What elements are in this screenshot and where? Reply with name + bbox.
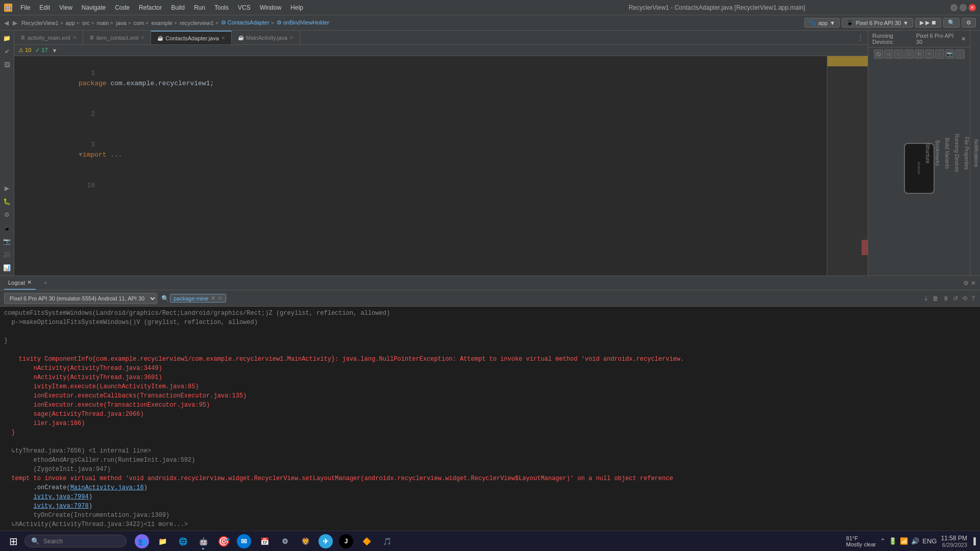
- sidebar-analytics-icon[interactable]: 📊: [2, 262, 13, 273]
- breadcrumb-app[interactable]: app: [66, 20, 75, 26]
- api-selector[interactable]: 📱 Pixel 6 Pro API 30 ▼: [842, 18, 913, 28]
- start-button[interactable]: ⊞: [4, 532, 22, 550]
- tab-activity-main[interactable]: 🗎 activity_main.xml ✕: [14, 31, 83, 44]
- overview-btn[interactable]: □: [904, 49, 914, 59]
- taskbar-app-telegram[interactable]: ✈: [316, 532, 335, 550]
- close-button[interactable]: ✕: [969, 4, 976, 11]
- menu-vcs[interactable]: VCS: [234, 3, 255, 12]
- sidebar-notifications[interactable]: Notifications: [972, 137, 980, 169]
- tab-close-main-activity[interactable]: ✕: [289, 35, 293, 40]
- taskbar-app-vlc[interactable]: 🔶: [357, 532, 376, 550]
- tray-language[interactable]: ENG: [922, 537, 937, 545]
- breadcrumb-example[interactable]: example: [151, 20, 173, 26]
- taskbar-app-android-studio[interactable]: 🤖: [194, 532, 212, 550]
- taskbar-app-music[interactable]: 🎵: [378, 532, 396, 550]
- wrap-btn[interactable]: ⟲: [961, 294, 968, 303]
- tab-contacts-adapter[interactable]: ☕ ContactsAdapter.java ✕: [151, 31, 232, 44]
- taskbar-search[interactable]: 🔍 Search: [24, 535, 127, 547]
- menu-tools[interactable]: Tools: [210, 3, 233, 12]
- breadcrumb-java[interactable]: java: [116, 20, 126, 26]
- tray-battery[interactable]: 🔋: [889, 537, 897, 545]
- sidebar-commit-icon[interactable]: ✔: [2, 46, 13, 57]
- menu-run[interactable]: Run: [190, 3, 209, 12]
- taskbar-app-brave[interactable]: 🦁: [296, 532, 314, 550]
- settings-btn[interactable]: ⚙: [962, 18, 976, 28]
- minimize-button[interactable]: ─: [950, 4, 958, 11]
- rotate-btn[interactable]: ↻: [915, 49, 924, 59]
- device-select[interactable]: Pixel 6 Pro API 30 (emulator-5554) Andro…: [4, 293, 157, 304]
- filter-remove-btn[interactable]: ✕: [211, 295, 215, 302]
- tab-main-activity[interactable]: ☕ MainActivity.java ✕: [232, 31, 300, 44]
- sidebar-camera-icon[interactable]: 📷: [2, 236, 13, 247]
- clear-btn[interactable]: 🗑: [932, 294, 940, 303]
- filter-star[interactable]: ☆: [217, 295, 223, 302]
- taskbar-app-rider[interactable]: 🎯: [214, 532, 233, 550]
- taskbar-app-teams[interactable]: 👥: [133, 532, 151, 550]
- run-config[interactable]: ▶ ▶ ⏹: [915, 18, 941, 28]
- log-link-main-activity[interactable]: MainActivity.java:16: [70, 484, 144, 491]
- menu-navigate[interactable]: Navigate: [78, 3, 110, 12]
- tray-sound[interactable]: 🔊: [911, 537, 919, 545]
- vol-up-btn[interactable]: +: [925, 49, 934, 59]
- show-desktop-btn[interactable]: ▐: [971, 537, 976, 545]
- sidebar-video-icon[interactable]: 🎥: [2, 249, 13, 260]
- log-link-activity-2[interactable]: ivity.java:7978: [34, 503, 89, 510]
- code-editor[interactable]: 1 package com.example.recyclerview1; 2 3…: [14, 56, 868, 276]
- restart-btn[interactable]: ↺: [952, 294, 959, 303]
- menu-code[interactable]: Code: [111, 3, 134, 12]
- tab-close-contacts-adapter[interactable]: ✕: [221, 35, 225, 41]
- back-btn[interactable]: ◁: [884, 49, 893, 59]
- menu-help[interactable]: Help: [286, 3, 307, 12]
- running-devices-close[interactable]: ✕: [961, 36, 966, 42]
- menu-build[interactable]: Build: [167, 3, 189, 12]
- tab-close-activity-main[interactable]: ✕: [72, 35, 77, 40]
- sidebar-gradle-icon[interactable]: ⚙: [2, 209, 13, 220]
- sidebar-device-icon[interactable]: 📱: [2, 222, 13, 234]
- logcat-content[interactable]: computeFitsSystemWindows(Landroid/graphi…: [0, 307, 980, 536]
- breadcrumb-project[interactable]: RecyclerView1: [21, 20, 59, 26]
- search-btn[interactable]: 🔍: [943, 18, 960, 28]
- menu-refactor[interactable]: Refactor: [135, 3, 166, 12]
- sidebar-running-devices[interactable]: Running Devices: [953, 132, 961, 174]
- filter-tag[interactable]: package:mine ✕ ☆: [170, 294, 226, 303]
- taskbar-app-files[interactable]: 📁: [153, 532, 172, 550]
- vol-dn-btn[interactable]: -: [935, 49, 944, 59]
- sidebar-project-icon[interactable]: 📁: [2, 33, 13, 44]
- tray-up-arrow[interactable]: ⌃: [880, 537, 886, 545]
- taskbar-app-chrome[interactable]: 🌐: [174, 532, 192, 550]
- breadcrumb-main[interactable]: main: [97, 20, 109, 26]
- maximize-button[interactable]: □: [960, 4, 967, 11]
- log-link-activity-1[interactable]: ivity.java:7994: [34, 493, 89, 500]
- taskbar-app-settings[interactable]: ⚙: [276, 532, 294, 550]
- sidebar-build-variants[interactable]: Build Variants: [943, 136, 951, 171]
- breadcrumb-com[interactable]: com: [134, 20, 144, 26]
- menu-window[interactable]: Window: [256, 3, 286, 12]
- sidebar-structure[interactable]: Structure: [924, 141, 932, 166]
- help-btn[interactable]: ?: [970, 294, 976, 303]
- sidebar-debug-icon[interactable]: 🐛: [2, 196, 13, 207]
- taskbar-app-outlook[interactable]: ✉: [235, 532, 253, 550]
- more-btn[interactable]: ⋮: [955, 49, 965, 59]
- scroll-to-end-btn[interactable]: ⇣: [922, 294, 929, 303]
- sidebar-bookmarks[interactable]: Bookmarks: [934, 138, 941, 168]
- taskbar-app-jetbrains[interactable]: J: [337, 532, 355, 550]
- breadcrumb-contacts-adapter[interactable]: ⚙ ContactsAdapter: [221, 19, 270, 26]
- tab-item-contact[interactable]: 🗎 item_contact.xml ✕: [83, 31, 152, 44]
- pause-btn[interactable]: ⏸: [942, 294, 950, 303]
- back-button[interactable]: ◀: [4, 19, 9, 27]
- tabs-more-button[interactable]: ⋮: [853, 31, 868, 44]
- breadcrumb-method[interactable]: ⚙ onBindViewHolder: [277, 19, 329, 26]
- sidebar-file-properties[interactable]: File Properties: [963, 135, 970, 171]
- clock[interactable]: 11:58 PM 6/29/2023: [941, 535, 967, 548]
- menu-edit[interactable]: Edit: [35, 3, 54, 12]
- logcat-settings-btn[interactable]: ⚙: [963, 280, 969, 287]
- sidebar-run-icon[interactable]: ▶: [2, 183, 13, 194]
- sidebar-resource-icon[interactable]: 🖼: [2, 59, 13, 70]
- logcat-tab[interactable]: Logcat ✕: [4, 276, 36, 290]
- logcat-tab-close[interactable]: ✕: [27, 279, 32, 286]
- home-btn[interactable]: ○: [894, 49, 903, 59]
- taskbar-app-calendar[interactable]: 📅: [255, 532, 274, 550]
- forward-button[interactable]: ▶: [13, 19, 17, 27]
- breadcrumb-src[interactable]: src: [82, 20, 90, 26]
- tab-close-item-contact[interactable]: ✕: [140, 35, 144, 40]
